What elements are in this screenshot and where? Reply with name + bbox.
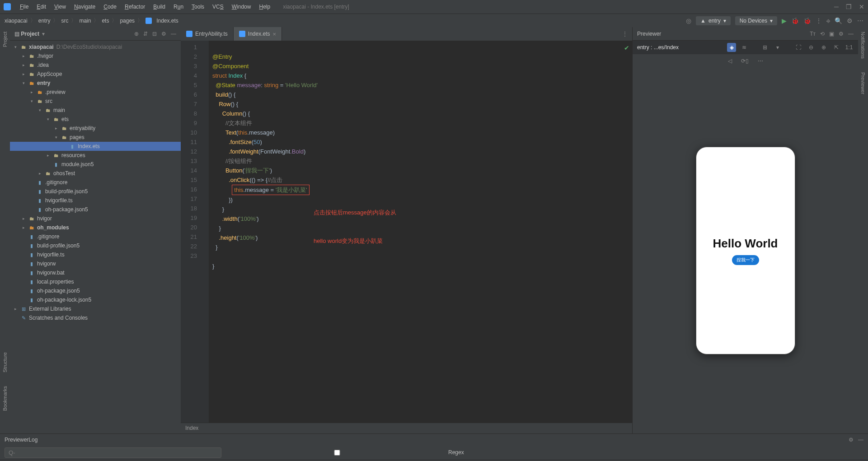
settings-icon[interactable]: ⚙ [847, 17, 853, 24]
editor-breadcrumb[interactable]: Index [181, 423, 632, 433]
gear-icon[interactable]: ⚙ [849, 437, 854, 443]
minimize-icon[interactable]: ─ [834, 3, 839, 10]
menu-file[interactable]: File [16, 2, 32, 12]
inspector-icon[interactable]: ◈ [727, 43, 736, 52]
tree-row[interactable]: ▾🖿ets [10, 115, 181, 124]
crumb[interactable]: ets [102, 18, 109, 24]
menu-run[interactable]: Run [170, 2, 187, 12]
settings-icon[interactable]: ⚙ [161, 31, 166, 37]
tree-row[interactable]: ▾🖿entry [10, 79, 181, 88]
update-icon[interactable]: ⎆ [826, 17, 830, 24]
tree-row[interactable]: ▸🖿oh_modules [10, 223, 181, 232]
tree-row[interactable]: ✎Scratches and Consoles [10, 313, 181, 322]
menu-navigate[interactable]: Navigate [70, 2, 99, 12]
tree-row[interactable]: ▮module.json5 [10, 160, 181, 169]
zoom-out-icon[interactable]: ⊖ [807, 43, 816, 52]
log-search-input[interactable] [5, 447, 221, 458]
tree-row[interactable]: ▮.gitignore [10, 178, 181, 187]
tree-row[interactable]: ▮local.properties [10, 277, 181, 286]
tree-row[interactable]: ▮oh-package-lock.json5 [10, 295, 181, 304]
expand-all-icon[interactable]: ⇵ [143, 31, 148, 37]
menu-vcs[interactable]: VCS [209, 2, 227, 12]
run-icon[interactable]: ▶ [782, 17, 787, 24]
device-dropdown[interactable]: No Devices ▾ [735, 16, 777, 25]
layers-icon[interactable]: ≋ [740, 43, 749, 52]
menu-window[interactable]: Window [228, 2, 255, 12]
close-tab-icon[interactable]: × [273, 31, 277, 37]
preview-button[interactable]: 捏我一下 [732, 255, 759, 265]
right-strip-notifications[interactable]: Notifications [860, 32, 866, 59]
more-icon[interactable]: ⋯ [758, 58, 763, 64]
gear-icon[interactable]: ⚙ [839, 31, 844, 37]
search-icon[interactable]: 🔍 [835, 17, 842, 24]
prev-icon[interactable]: ◁ [728, 58, 732, 64]
hide-icon[interactable]: — [848, 31, 854, 37]
menu-tools[interactable]: Tools [188, 2, 208, 12]
crumb[interactable]: pages [120, 18, 135, 24]
tree-row[interactable]: ▸🖿AppScope [10, 70, 181, 79]
crumb[interactable]: entry [38, 18, 51, 24]
fit-icon[interactable]: ⛶ [794, 43, 803, 52]
tree-row[interactable]: ▸🖿.preview [10, 88, 181, 97]
grid-icon[interactable]: ⊞ [760, 43, 769, 52]
project-tree[interactable]: ▾🖿xiaopacaiD:\DevEcoStudio\xiaopacai▸🖿.h… [10, 41, 181, 433]
tree-row[interactable]: ▮oh-package.json5 [10, 205, 181, 214]
close-icon[interactable]: ✕ [859, 3, 864, 10]
crumb[interactable]: Index.ets [156, 18, 178, 24]
debug-icon[interactable]: 🐞 [791, 17, 799, 24]
tab-index[interactable]: Index.ets × [234, 27, 282, 41]
tree-row[interactable]: ▸🖿.idea [10, 61, 181, 70]
rotate-icon[interactable]: ⟳▯ [741, 58, 749, 64]
left-strip-bookmarks[interactable]: Bookmarks [2, 386, 8, 411]
right-strip-previewer[interactable]: Previewer [860, 72, 866, 94]
stop-icon[interactable]: ⋮ [816, 17, 822, 24]
zoom-in-icon[interactable]: ⊕ [819, 43, 828, 52]
tree-row[interactable]: ▾🖿src [10, 97, 181, 106]
tree-row[interactable]: ▸🖿ohosTest [10, 169, 181, 178]
select-opened-icon[interactable]: ⊕ [134, 31, 139, 37]
tree-row[interactable]: ▸⊞External Libraries [10, 304, 181, 313]
tree-row[interactable]: ▸🖿entryability [10, 124, 181, 133]
menu-edit[interactable]: Edit [33, 2, 50, 12]
tabs-more-icon[interactable]: ⋮ [618, 27, 632, 41]
tree-row[interactable]: ▾🖿main [10, 106, 181, 115]
left-strip-project[interactable]: Project [2, 32, 8, 47]
refresh-icon[interactable]: ⟲ [820, 31, 825, 37]
regex-checkbox[interactable]: Regex [229, 449, 464, 456]
tree-row[interactable]: ▾🖿xiaopacaiD:\DevEcoStudio\xiaopacai [10, 42, 181, 51]
coverage-icon[interactable]: 🐞 [803, 17, 811, 24]
font-icon[interactable]: Tт [810, 31, 816, 37]
tab-entryability[interactable]: EntryAbility.ts [181, 27, 234, 41]
device-icon[interactable]: ▣ [829, 31, 834, 37]
left-strip-structure[interactable]: Structure [2, 352, 8, 373]
more-icon[interactable]: ⋯ [857, 17, 863, 24]
crumb[interactable]: xiaopacai [5, 18, 28, 24]
expand-icon[interactable]: ⇱ [832, 43, 841, 52]
menu-view[interactable]: View [51, 2, 70, 12]
actual-icon[interactable]: 1:1 [845, 43, 854, 52]
maximize-icon[interactable]: ❐ [846, 3, 852, 10]
menu-refactor[interactable]: Refactor [121, 2, 149, 12]
crumb[interactable]: main [79, 18, 91, 24]
dropdown-icon[interactable]: ▾ [773, 43, 782, 52]
tree-row[interactable]: ▮build-profile.json5 [10, 187, 181, 196]
run-config-dropdown[interactable]: ▲ entry ▾ [696, 16, 731, 25]
tree-row[interactable]: ▸🖿.hvigor [10, 51, 181, 61]
menu-code[interactable]: Code [100, 2, 120, 12]
menu-help[interactable]: Help [255, 2, 274, 12]
tree-row[interactable]: ▮hvigorw.bat [10, 268, 181, 277]
hide-icon[interactable]: — [858, 437, 863, 443]
code-content[interactable]: @Entry @Component struct Index { @State … [209, 41, 632, 423]
crumb[interactable]: src [61, 18, 68, 24]
code-area[interactable]: ✔ 1234567891011121314151617181920212223 … [181, 41, 632, 423]
tree-row[interactable]: ▮hvigorfile.ts [10, 250, 181, 259]
tree-row[interactable]: ▾🖿pages [10, 133, 181, 142]
tree-row[interactable]: ▮build-profile.json5 [10, 241, 181, 250]
tree-row[interactable]: ▮oh-package.json5 [10, 286, 181, 295]
tree-row[interactable]: ▮Index.ets [10, 142, 181, 151]
tree-row[interactable]: ▸🖿resources [10, 151, 181, 160]
menu-build[interactable]: Build [150, 2, 169, 12]
hide-icon[interactable]: — [171, 31, 176, 37]
tree-row[interactable]: ▮hvigorfile.ts [10, 196, 181, 205]
tree-row[interactable]: ▮hvigorw [10, 259, 181, 268]
